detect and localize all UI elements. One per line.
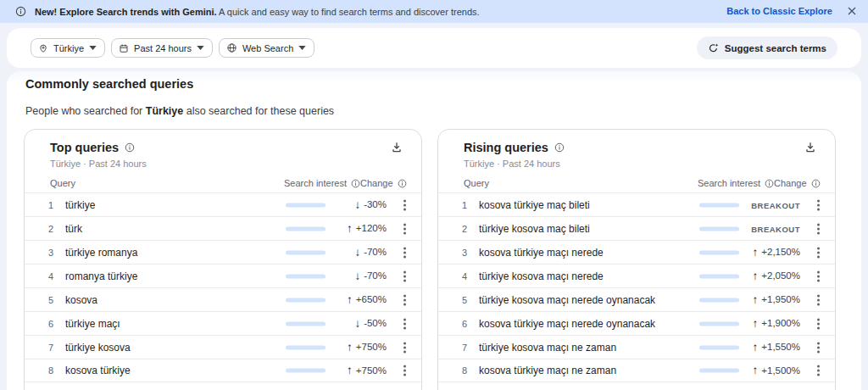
change-value: +120% [356, 224, 387, 234]
change-cell: ↑ +1,550% [753, 342, 800, 354]
column-header-interest: Search interest [284, 178, 360, 188]
kebab-menu-icon[interactable] [814, 267, 822, 285]
table-row[interactable]: 2 türk ↑ +120% [25, 216, 421, 240]
download-button[interactable] [390, 141, 403, 154]
row-query[interactable]: türkiye kosova maç bileti [479, 223, 590, 235]
table-row[interactable]: 1 türkiye ↓ -30% [25, 192, 421, 216]
column-header-query: Query [50, 178, 75, 188]
kebab-menu-icon[interactable] [814, 220, 822, 237]
row-query[interactable]: türkiye [65, 199, 95, 211]
row-query[interactable]: türkiye kosova [65, 342, 131, 354]
back-to-classic-explore-link[interactable]: Back to Classic Explore [726, 6, 832, 16]
change-arrow-icon: ↓ [354, 199, 360, 211]
info-icon[interactable] [811, 179, 821, 188]
time-range-filter-chip[interactable]: Past 24 hours [111, 38, 213, 58]
change-value: +750% [356, 365, 387, 376]
row-rank: 8 [462, 365, 467, 376]
table-row[interactable]: 2 türkiye kosova maç bileti BREAKOUT [438, 216, 835, 240]
row-rank: 5 [48, 295, 53, 305]
table-row[interactable]: 7 türkiye kosova ↑ +750% [25, 335, 421, 359]
change-cell: ↓ -30% [354, 199, 387, 211]
row-rank: 6 [462, 319, 467, 329]
change-value: +1,550% [761, 343, 800, 353]
interest-bar [699, 226, 739, 231]
change-value: +1,500% [761, 365, 800, 376]
row-query[interactable]: kosova türkiye maç bileti [479, 199, 590, 211]
interest-bar [286, 250, 326, 254]
row-query[interactable]: türkiye romanya [65, 247, 137, 259]
kebab-menu-icon[interactable] [400, 196, 409, 214]
filter-bar: Türkiye Past 24 hours Web Search Suggest… [7, 28, 861, 68]
row-query[interactable]: türkiye kosova maçı nerede [479, 270, 604, 282]
table-row[interactable]: 3 kosova türkiye maçı nerede ↑ +2,150% [438, 240, 835, 264]
table-row[interactable]: 7 türkiye kosova maçı ne zaman ↑ +1,550% [438, 335, 835, 359]
banner-message: New! Explore Search trends with Gemini. … [35, 7, 480, 17]
interest-bar [699, 369, 739, 373]
kebab-menu-icon[interactable] [400, 220, 409, 237]
interest-bar [286, 298, 326, 302]
suggest-search-terms-button[interactable]: Suggest search terms [697, 36, 837, 59]
info-icon[interactable] [554, 142, 565, 153]
kebab-menu-icon[interactable] [400, 338, 409, 356]
kebab-menu-icon[interactable] [400, 291, 409, 309]
table-row[interactable]: 5 kosova ↑ +650% [25, 287, 421, 311]
row-query[interactable]: kosova türkiye maçı ne zaman [479, 365, 616, 376]
interest-bar [699, 274, 739, 278]
kebab-menu-icon[interactable] [814, 338, 822, 356]
download-button[interactable] [804, 141, 817, 154]
info-icon[interactable] [125, 142, 135, 153]
row-query[interactable]: kosova [65, 294, 97, 306]
chevron-down-icon [298, 46, 306, 50]
change-value: BREAKOUT [751, 224, 800, 233]
card-subtitle: Türkiye · Past 24 hours [50, 159, 147, 169]
kebab-menu-icon[interactable] [814, 291, 822, 309]
row-rank: 4 [462, 271, 467, 281]
table-row[interactable]: 8 kosova türkiye ↑ +750% [25, 359, 421, 382]
change-cell: BREAKOUT [751, 200, 800, 209]
kebab-menu-icon[interactable] [400, 362, 409, 380]
row-query[interactable]: türkiye maçı [65, 318, 120, 330]
location-filter-chip[interactable]: Türkiye [31, 38, 105, 58]
column-header-change: Change [360, 178, 407, 188]
table-row[interactable]: 6 kosova türkiye maçı nerede oynanacak ↑… [438, 311, 835, 335]
change-arrow-icon: ↓ [354, 270, 360, 282]
chevron-down-icon [197, 46, 204, 50]
table-row[interactable]: 4 romanya türkiye ↓ -70% [25, 264, 421, 287]
table-row[interactable]: 6 türkiye maçı ↓ -50% [25, 311, 421, 335]
column-header-interest: Search interest [698, 178, 774, 188]
interest-bar [286, 321, 326, 326]
change-cell: ↑ +1,950% [753, 294, 800, 306]
change-arrow-icon: ↑ [347, 223, 353, 235]
kebab-menu-icon[interactable] [400, 267, 409, 285]
row-query[interactable]: kosova türkiye [65, 365, 131, 376]
table-row[interactable]: 1 kosova türkiye maç bileti BREAKOUT [438, 192, 835, 216]
table-row[interactable]: 8 kosova türkiye maçı ne zaman ↑ +1,500% [438, 359, 835, 382]
row-rank: 1 [462, 200, 467, 210]
table-row[interactable]: 5 türkiye kosova maçı nerede oynanacak ↑… [438, 287, 835, 311]
query-rows: 1 türkiye ↓ -30% 2 türk ↑ +120% 3 türkiy… [25, 192, 421, 382]
kebab-menu-icon[interactable] [814, 362, 822, 380]
row-query[interactable]: kosova türkiye maçı nerede [479, 247, 604, 259]
row-query[interactable]: romanya türkiye [65, 270, 137, 282]
kebab-menu-icon[interactable] [400, 243, 409, 261]
change-cell: ↑ +2,150% [753, 247, 800, 259]
search-type-filter-chip[interactable]: Web Search [219, 38, 314, 58]
filter-chips: Türkiye Past 24 hours Web Search [31, 38, 314, 58]
row-query[interactable]: türkiye kosova maçı ne zaman [479, 342, 616, 354]
kebab-menu-icon[interactable] [814, 196, 822, 214]
top-queries-card: Top queries Türkiye · Past 24 hours Quer… [24, 129, 422, 390]
kebab-menu-icon[interactable] [400, 315, 409, 332]
table-row[interactable]: 4 türkiye kosova maçı nerede ↑ +2,050% [438, 264, 835, 287]
table-row[interactable]: 3 türkiye romanya ↓ -70% [25, 240, 421, 264]
kebab-menu-icon[interactable] [814, 243, 822, 261]
change-value: +2,150% [761, 248, 800, 258]
info-icon[interactable] [351, 179, 360, 188]
close-icon[interactable] [847, 6, 857, 16]
row-query[interactable]: türk [65, 223, 82, 235]
row-query[interactable]: türkiye kosova maçı nerede oynanacak [479, 294, 655, 306]
card-subtitle: Türkiye · Past 24 hours [464, 159, 560, 169]
info-icon[interactable] [398, 179, 407, 188]
info-icon[interactable] [765, 179, 774, 188]
kebab-menu-icon[interactable] [814, 315, 822, 332]
row-query[interactable]: kosova türkiye maçı nerede oynanacak [479, 318, 655, 330]
